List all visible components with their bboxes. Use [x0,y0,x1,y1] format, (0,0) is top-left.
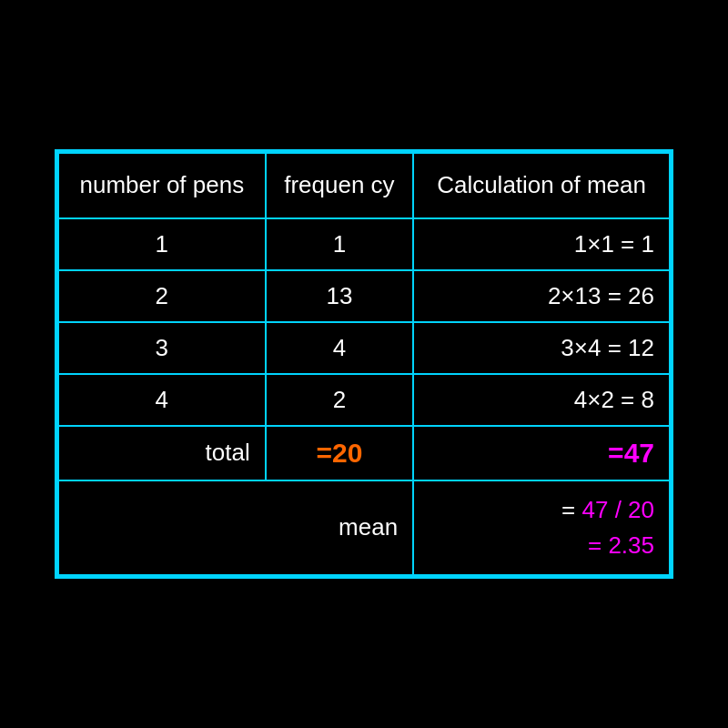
total-frequency: =20 [266,426,413,480]
row4-col1: 4 [58,374,266,426]
row1-col3: 1×1 = 1 [413,218,670,270]
total-label: total [58,426,266,480]
header-frequency: frequen cy [266,153,413,218]
table-row: 1 1 1×1 = 1 [58,218,670,270]
total-row: total =20 =47 [58,426,670,480]
row3-col2: 4 [266,322,413,374]
table-row: 2 13 2×13 = 26 [58,270,670,322]
stats-table: number of pens frequen cy Calculation of… [55,149,673,579]
row2-col2: 13 [266,270,413,322]
row2-col3: 2×13 = 26 [413,270,670,322]
row2-col1: 2 [58,270,266,322]
mean-label: mean [58,480,413,575]
mean-calculation: = 47 / 20= 2.35 [413,480,670,575]
row1-col2: 1 [266,218,413,270]
row1-col1: 1 [58,218,266,270]
row4-col3: 4×2 = 8 [413,374,670,426]
mean-row: mean = 47 / 20= 2.35 [58,480,670,575]
row4-col2: 2 [266,374,413,426]
table-row: 3 4 3×4 = 12 [58,322,670,374]
header-calculation: Calculation of mean [413,153,670,218]
row3-col1: 3 [58,322,266,374]
header-number-of-pens: number of pens [58,153,266,218]
row3-col3: 3×4 = 12 [413,322,670,374]
table-row: 4 2 4×2 = 8 [58,374,670,426]
total-calculation: =47 [413,426,670,480]
